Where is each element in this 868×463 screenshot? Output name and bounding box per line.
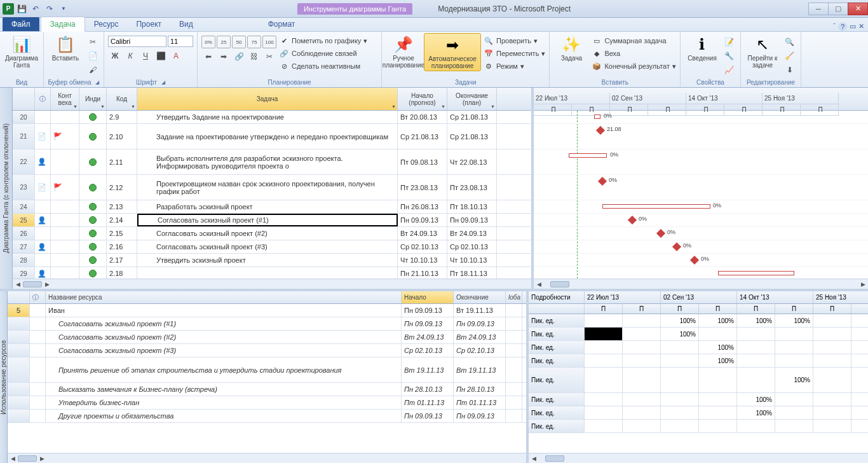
- scroll-right-icon[interactable]: ▶: [37, 455, 47, 462]
- list-item[interactable]: Утвердить бизнес-планПт 01.11.13Пт 01.11…: [8, 396, 526, 410]
- bgcolor-icon[interactable]: ⬛: [154, 50, 168, 62]
- milestone-col[interactable]: Конт веха▼: [51, 88, 79, 110]
- deliverable-button[interactable]: 📦Конечный результат ▾: [592, 60, 676, 73]
- scroll-left-icon[interactable]: ◀: [13, 281, 23, 287]
- format-tab[interactable]: Формат: [259, 17, 304, 31]
- close-button[interactable]: ✕: [848, 3, 868, 15]
- scroll-left-icon[interactable]: ◀: [8, 455, 18, 462]
- table-row[interactable]: 202.9Утвердить Задание на проектирование…: [13, 111, 531, 124]
- task-name-col[interactable]: Задача▼: [137, 88, 398, 110]
- list-item[interactable]: Согласовать эскизный проект (#3)Ср 02.10…: [8, 344, 526, 357]
- table-row[interactable]: 27👤2.16Согласовать эскизный проект (#3)С…: [13, 240, 531, 254]
- list-item[interactable]: Согласовать эскизный проект (#2)Вт 24.09…: [8, 331, 526, 344]
- resource-grid-body[interactable]: 5ИванПн 09.09.13Вт 19.11.13Согласовать э…: [8, 304, 526, 453]
- list-item[interactable]: Принять решение об этапах строительства …: [8, 357, 526, 383]
- pct100-icon[interactable]: 100: [262, 36, 276, 48]
- minimize-ribbon-icon[interactable]: ˇ: [833, 22, 836, 31]
- gantt-chart-button[interactable]: 📊 Диаграмма Ганта: [4, 33, 39, 70]
- top-pane-label[interactable]: Диаграмма Ганта (с контролем отклонений): [0, 88, 13, 289]
- details-body[interactable]: Пик. ед.100%100%100%100%Пик. ед.100%Пик.…: [529, 314, 868, 453]
- list-item[interactable]: Другие проекты и обязательстваПн 09.09.1…: [8, 410, 526, 423]
- res-h-scrollbar[interactable]: ◀ ▶: [8, 453, 526, 463]
- table-row[interactable]: 262.15Согласовать эскизный проект (#2)Вт…: [13, 227, 531, 240]
- dialog-launcher-icon[interactable]: ◢: [161, 79, 165, 85]
- cut-icon[interactable]: ✂: [86, 36, 100, 48]
- manual-schedule-button[interactable]: 📌 Ручное планирование: [386, 33, 421, 70]
- table-row[interactable]: 282.17Утвердить эскизный проектЧт 10.10.…: [13, 254, 531, 267]
- resource-name-col[interactable]: Название ресурса: [46, 291, 402, 303]
- scroll-left-icon[interactable]: ◀: [529, 455, 539, 462]
- timeline-icon[interactable]: 📈: [722, 64, 736, 76]
- file-tab[interactable]: Файл: [3, 17, 39, 31]
- gantt-timescale[interactable]: 22 Июл '1302 Сен '1314 Окт '1325 Ноя '13…: [534, 88, 868, 111]
- info-col[interactable]: ⓘ: [30, 291, 46, 303]
- pct50-icon[interactable]: 50: [232, 36, 246, 48]
- task-insert-button[interactable]: ✨ Задача: [553, 33, 589, 63]
- info-col[interactable]: ⓘ: [35, 88, 51, 110]
- paste-button[interactable]: 📋 Вставить: [48, 33, 83, 63]
- scroll-left-icon[interactable]: ◀: [534, 281, 544, 287]
- save-icon[interactable]: 💾: [15, 3, 28, 15]
- help-icon[interactable]: ?: [838, 22, 847, 31]
- unlink-icon[interactable]: ⛓: [247, 50, 261, 63]
- inactivate-button[interactable]: ⊘Сделать неактивным: [279, 60, 367, 73]
- redo-icon[interactable]: ↷: [43, 3, 56, 15]
- minimize-button[interactable]: ─: [808, 3, 829, 15]
- table-row[interactable]: 23📄🚩2.12Проектировщиком назван срок эски…: [13, 175, 531, 200]
- rowhead-col[interactable]: [8, 291, 30, 303]
- restore-doc-icon[interactable]: ▭: [850, 22, 856, 31]
- det-h-scrollbar[interactable]: ◀ ▶: [529, 453, 868, 463]
- project-tab[interactable]: Проект: [127, 17, 170, 31]
- scroll-thumb[interactable]: [23, 281, 42, 287]
- details-icon[interactable]: 🔧: [722, 50, 736, 62]
- table-row[interactable]: 29👤2.18Пн 21.10.13Пт 18.11.13: [13, 267, 531, 279]
- list-item[interactable]: Высказать замечания к Бизнес-плану (встр…: [8, 383, 526, 396]
- find-icon[interactable]: 🔍: [783, 36, 797, 48]
- table-row[interactable]: 242.13Разработать эскизный проектПн 26.0…: [13, 200, 531, 214]
- pct0-icon[interactable]: 0%: [201, 36, 215, 48]
- app-logo-icon[interactable]: P: [3, 3, 14, 15]
- clear-icon[interactable]: 🧹: [783, 50, 797, 62]
- scroll-right-icon[interactable]: ▶: [858, 281, 868, 287]
- scroll-thumb[interactable]: [550, 281, 569, 287]
- task-tab[interactable]: Задача: [41, 17, 85, 32]
- move-button[interactable]: 📅Переместить ▾: [484, 47, 545, 60]
- rowhead-col[interactable]: [13, 88, 35, 110]
- close-doc-icon[interactable]: ✕: [858, 22, 864, 31]
- inspect-button[interactable]: 🔍Проверить ▾: [484, 34, 545, 47]
- mode-button[interactable]: ⚙Режим ▾: [484, 60, 545, 73]
- underline-icon[interactable]: Ч: [139, 50, 153, 62]
- indicator-col[interactable]: Инди▼: [79, 88, 107, 110]
- fontcolor-icon[interactable]: A: [169, 50, 183, 62]
- scroll-right-icon[interactable]: ▶: [42, 281, 52, 287]
- fill-icon[interactable]: ⬇: [783, 64, 797, 76]
- split-icon[interactable]: ✂: [262, 50, 276, 63]
- list-item[interactable]: 5ИванПн 09.09.13Вт 19.11.13: [8, 304, 526, 317]
- scroll-thumb[interactable]: [545, 455, 564, 462]
- auto-schedule-button[interactable]: ➡ Автоматическое планирование: [424, 33, 481, 71]
- font-size-select[interactable]: [168, 36, 193, 47]
- details-label-col[interactable]: Подробности: [529, 291, 585, 303]
- view-tab[interactable]: Вид: [170, 17, 202, 31]
- res-start-col[interactable]: Начало: [402, 291, 454, 303]
- link-icon[interactable]: 🔗: [232, 50, 246, 63]
- undo-icon[interactable]: ↶: [29, 3, 42, 15]
- copy-icon[interactable]: 📄: [86, 50, 100, 62]
- scroll-to-task-button[interactable]: ↖ Перейти к задаче: [745, 33, 780, 70]
- information-button[interactable]: ℹ Сведения: [684, 33, 720, 63]
- res-extra-col[interactable]: loба: [506, 291, 522, 303]
- format-painter-icon[interactable]: 🖌: [86, 64, 100, 76]
- code-col[interactable]: Код▼: [107, 88, 137, 110]
- table-row[interactable]: 22👤2.11Выбрать исполнителя для разработк…: [13, 149, 531, 175]
- task-grid-body[interactable]: 202.9Утвердить Задание на проектирование…: [13, 111, 531, 279]
- gantt-bars-area[interactable]: 0%21.080%0%0%0%0%0%0%: [534, 111, 868, 279]
- pct25-icon[interactable]: 25: [217, 36, 231, 48]
- maximize-button[interactable]: ▢: [828, 3, 848, 15]
- italic-icon[interactable]: К: [123, 50, 137, 62]
- start-col[interactable]: Начало (прогноз)▼: [398, 88, 447, 110]
- table-row[interactable]: 21📄🚩2.10Задание на проектирование утверж…: [13, 124, 531, 149]
- table-row[interactable]: 25👤2.14Согласовать эскизный проект (#1)П…: [13, 214, 531, 227]
- dialog-launcher-icon[interactable]: ◢: [95, 79, 99, 85]
- finish-col[interactable]: Окончание (план)▼: [447, 88, 497, 110]
- bold-icon[interactable]: Ж: [108, 50, 122, 62]
